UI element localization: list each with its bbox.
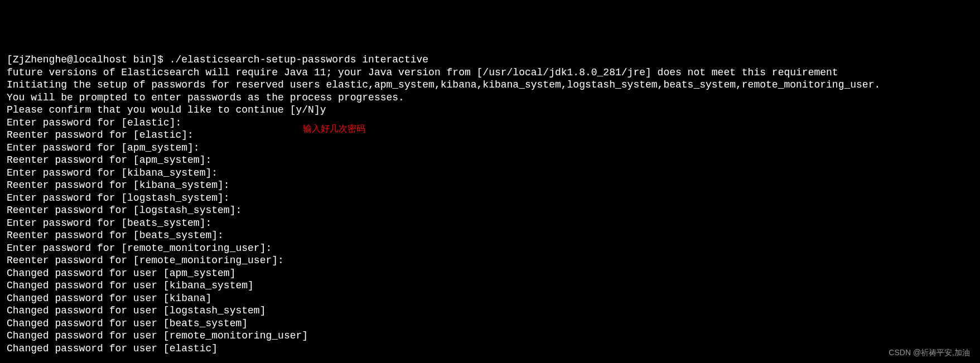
terminal-line: Changed password for user [logstash_syst… xyxy=(7,304,973,317)
terminal-line: [ZjZhenghe@localhost bin]$ ./elasticsear… xyxy=(7,54,973,66)
terminal-line: Enter password for [logstash_system]: xyxy=(7,192,973,205)
terminal-line: Changed password for user [kibana] xyxy=(7,292,973,305)
terminal-line: You will be prompted to enter passwords … xyxy=(7,91,973,104)
terminal-line: Reenter password for [kibana_system]: xyxy=(7,179,973,192)
terminal-line: future versions of Elasticsearch will re… xyxy=(7,66,973,79)
terminal-line: Reenter password for [beats_system]: xyxy=(7,229,973,242)
terminal-line: Please confirm that you would like to co… xyxy=(7,104,973,117)
watermark-text: CSDN @祈祷平安,加油 xyxy=(889,346,970,359)
terminal-line: Changed password for user [kibana_system… xyxy=(7,279,973,292)
terminal-line: Changed password for user [beats_system] xyxy=(7,317,973,330)
terminal-line: Enter password for [kibana_system]: xyxy=(7,167,973,180)
terminal-line: Enter password for [remote_monitoring_us… xyxy=(7,242,973,255)
terminal-line: Enter password for [apm_system]: xyxy=(7,142,973,154)
terminal-line: Changed password for user [apm_system] xyxy=(7,267,973,280)
terminal-line: Enter password for [elastic]: xyxy=(7,117,973,129)
annotation-note: 输入好几次密码 xyxy=(303,123,365,135)
terminal-line: Reenter password for [logstash_system]: xyxy=(7,204,973,217)
terminal-output[interactable]: [ZjZhenghe@localhost bin]$ ./elasticsear… xyxy=(7,54,973,355)
terminal-line: Enter password for [beats_system]: xyxy=(7,217,973,230)
terminal-line: Changed password for user [remote_monito… xyxy=(7,330,973,342)
terminal-line: Initiating the setup of passwords for re… xyxy=(7,79,973,91)
terminal-line: Changed password for user [elastic] xyxy=(7,342,973,355)
terminal-line: Reenter password for [elastic]: xyxy=(7,129,973,142)
terminal-line: Reenter password for [remote_monitoring_… xyxy=(7,254,973,267)
terminal-line: Reenter password for [apm_system]: xyxy=(7,154,973,167)
